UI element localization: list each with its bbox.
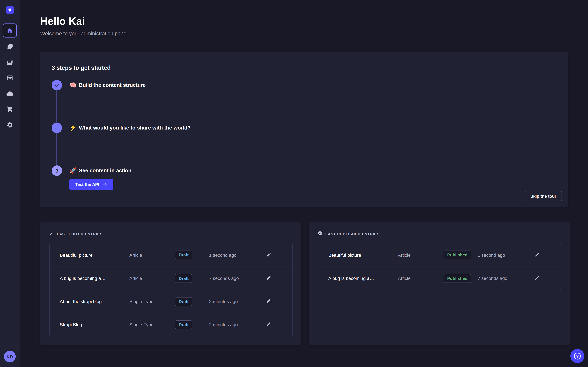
entry-type: Article bbox=[398, 252, 444, 258]
pencil-icon bbox=[266, 322, 271, 327]
entry-title: A bug is becoming a… bbox=[328, 276, 398, 281]
pencil-icon bbox=[535, 275, 540, 281]
last-edited-entries-header: LAST EDITED ENTRIES bbox=[49, 231, 293, 237]
step-1: 🧠 Build the content structure bbox=[52, 80, 557, 90]
entry-type: Article bbox=[129, 276, 175, 281]
entry-title: Beautiful picture bbox=[60, 252, 129, 258]
status-badge: Draft bbox=[175, 297, 192, 306]
home-icon bbox=[7, 27, 13, 34]
pencil-icon bbox=[49, 231, 54, 237]
table-row: A bug is becoming a… Article Draft 7 sec… bbox=[50, 267, 292, 290]
status-badge: Published bbox=[444, 274, 471, 283]
user-avatar[interactable]: KD bbox=[4, 351, 16, 362]
entries-panels: LAST EDITED ENTRIES Beautiful picture Ar… bbox=[40, 222, 568, 345]
edit-entry-button[interactable] bbox=[266, 275, 282, 281]
table-row: A bug is becoming a… Article Published 7… bbox=[318, 267, 561, 290]
skip-the-tour-button[interactable]: Skip the tour bbox=[525, 191, 562, 201]
step-connector bbox=[57, 133, 57, 165]
edit-entry-button[interactable] bbox=[535, 275, 551, 281]
panel-title: LAST PUBLISHED ENTRIES bbox=[325, 232, 380, 236]
status-badge: Draft bbox=[175, 250, 192, 259]
panel-title: LAST EDITED ENTRIES bbox=[57, 232, 103, 236]
entry-type: Article bbox=[398, 276, 444, 281]
sidebar-item-settings[interactable] bbox=[3, 118, 16, 132]
entry-time: 2 minutes ago bbox=[209, 322, 266, 327]
entry-time: 1 second ago bbox=[478, 252, 535, 258]
rocket-emoji: 🚀 bbox=[69, 167, 77, 174]
table-row: Strapi Blog Single-Type Draft 2 minutes … bbox=[50, 313, 292, 336]
status-badge: Published bbox=[444, 250, 471, 259]
arrow-right-icon bbox=[102, 182, 107, 187]
layout-icon bbox=[7, 75, 13, 81]
onboarding-card: 3 steps to get started 🧠 Build the conte… bbox=[40, 51, 568, 208]
step-2: ⚡ What would you like to share with the … bbox=[52, 123, 557, 133]
strapi-admin-app: KD Hello Kai Welcome to your administrat… bbox=[0, 0, 588, 367]
cloud-icon bbox=[6, 90, 13, 97]
steps-list: 🧠 Build the content structure ⚡ What wou… bbox=[52, 80, 557, 190]
page-title: Hello Kai bbox=[40, 15, 568, 27]
status-badge: Draft bbox=[175, 274, 192, 283]
pencil-icon bbox=[266, 252, 271, 258]
table-row: About the strapi blog Single-Type Draft … bbox=[50, 290, 292, 313]
step-1-done-check-icon bbox=[52, 80, 62, 90]
sidebar-item-home[interactable] bbox=[3, 24, 17, 38]
last-edited-entries-table: Beautiful picture Article Draft 1 second… bbox=[49, 243, 293, 336]
sidebar-item-deploy[interactable] bbox=[3, 87, 16, 100]
entry-type: Single-Type bbox=[129, 322, 175, 327]
strapi-logo-link[interactable] bbox=[0, 0, 20, 20]
step-3-number-badge: 3 bbox=[52, 165, 62, 176]
test-the-api-button[interactable]: Test the API bbox=[69, 179, 113, 190]
shopping-cart-icon bbox=[7, 106, 13, 113]
entry-title: A bug is becoming a… bbox=[60, 276, 129, 281]
edit-entry-button[interactable] bbox=[266, 322, 282, 327]
lightning-emoji: ⚡ bbox=[69, 124, 77, 132]
sidebar-item-marketplace[interactable] bbox=[3, 103, 16, 116]
step-1-label: 🧠 Build the content structure bbox=[69, 82, 146, 89]
sidebar: KD bbox=[0, 0, 20, 367]
entry-title: Strapi Blog bbox=[60, 322, 129, 327]
brain-emoji: 🧠 bbox=[69, 82, 77, 89]
page-subtitle: Welcome to your administration panel bbox=[40, 30, 568, 37]
entry-time: 2 minutes ago bbox=[209, 299, 266, 304]
table-row: Beautiful picture Article Published 1 se… bbox=[318, 243, 561, 267]
status-badge: Draft bbox=[175, 320, 192, 329]
entry-type: Article bbox=[129, 252, 175, 258]
sidebar-item-content-manager[interactable] bbox=[3, 40, 16, 53]
step-3-label: 🚀 See content in action bbox=[69, 167, 131, 174]
pencil-icon bbox=[266, 299, 271, 304]
edit-entry-button[interactable] bbox=[266, 252, 282, 258]
entry-title: About the strapi blog bbox=[60, 299, 129, 304]
table-row: Beautiful picture Article Draft 1 second… bbox=[50, 243, 292, 267]
entry-time: 7 seconds ago bbox=[209, 276, 266, 281]
entry-type: Single-Type bbox=[129, 299, 175, 304]
sidebar-divider-bottom bbox=[0, 346, 20, 346]
check-circle-icon bbox=[318, 231, 322, 237]
pencil-icon bbox=[535, 252, 540, 258]
step-2-done-check-icon bbox=[52, 123, 62, 133]
entry-time: 1 second ago bbox=[209, 252, 266, 258]
entry-time: 7 seconds ago bbox=[478, 276, 535, 281]
step-2-label: ⚡ What would you like to share with the … bbox=[69, 124, 190, 132]
last-published-entries-table: Beautiful picture Article Published 1 se… bbox=[318, 243, 561, 290]
help-button[interactable]: ? bbox=[570, 349, 584, 363]
sidebar-item-media-library[interactable] bbox=[3, 56, 16, 69]
gear-icon bbox=[7, 122, 13, 128]
images-icon bbox=[7, 59, 13, 66]
main-content: Hello Kai Welcome to your administration… bbox=[20, 0, 588, 367]
edit-entry-button[interactable] bbox=[535, 252, 551, 258]
pencil-icon bbox=[266, 275, 271, 281]
last-published-entries-header: LAST PUBLISHED ENTRIES bbox=[318, 231, 561, 237]
entry-title: Beautiful picture bbox=[328, 252, 398, 258]
feather-pen-icon bbox=[7, 43, 13, 50]
edit-entry-button[interactable] bbox=[266, 299, 282, 304]
onboarding-title: 3 steps to get started bbox=[52, 64, 557, 72]
last-published-entries-panel: LAST PUBLISHED ENTRIES Beautiful picture… bbox=[309, 222, 570, 345]
question-mark-icon: ? bbox=[574, 353, 581, 359]
sidebar-nav bbox=[3, 20, 17, 132]
last-edited-entries-panel: LAST EDITED ENTRIES Beautiful picture Ar… bbox=[40, 222, 301, 345]
sidebar-item-content-type-builder[interactable] bbox=[3, 71, 16, 84]
step-connector bbox=[57, 90, 57, 123]
step-3: 3 🚀 See content in action bbox=[52, 165, 557, 176]
strapi-logo-icon bbox=[6, 6, 14, 14]
